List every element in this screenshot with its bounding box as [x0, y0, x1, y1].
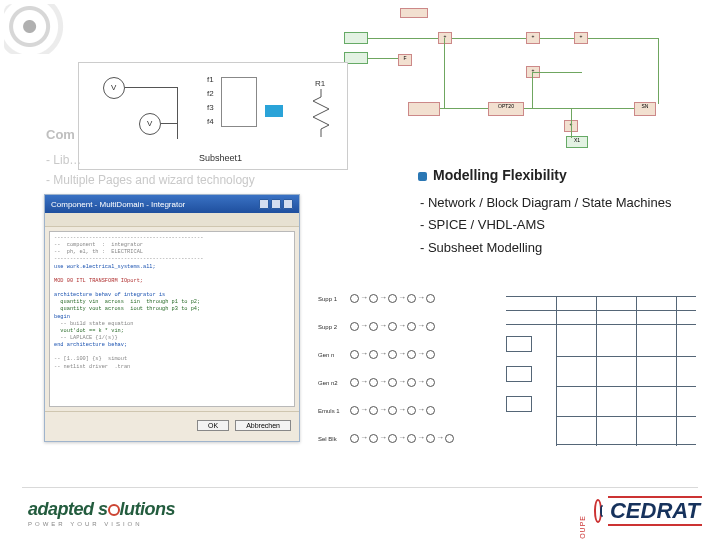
node-icon [426, 294, 435, 303]
groupe-label: GROUPE [579, 515, 586, 541]
node-icon [388, 350, 397, 359]
node-icon [388, 378, 397, 387]
dots-row-label: Supp 1 [318, 296, 344, 302]
logo-as-part1: adapted s [28, 499, 108, 519]
node-icon [426, 434, 435, 443]
f2-label: f2 [207, 89, 214, 98]
node-icon [369, 434, 378, 443]
f1-label: f1 [207, 75, 214, 84]
node-icon [388, 434, 397, 443]
node-icon [369, 294, 378, 303]
node-icon [388, 322, 397, 331]
left-item-1: - Multiple Pages and wizard technology [46, 170, 376, 190]
dots-row-label: Emuls 1 [318, 408, 344, 414]
dots-row-label: Gen n2 [318, 380, 344, 386]
node-icon [426, 378, 435, 387]
node-icon [350, 434, 359, 443]
block-gain: F [398, 54, 412, 66]
node-icon [407, 406, 416, 415]
block-elec [408, 102, 440, 116]
cedrat-wordmark: CEDRAT [608, 496, 702, 526]
window-title: Component - MultiDomain - Integrator [51, 200, 185, 209]
node-icon [407, 322, 416, 331]
logo-as-part2: lutions [120, 499, 176, 519]
node-icon [369, 322, 378, 331]
block-label-top [400, 8, 428, 18]
node-icon [369, 378, 378, 387]
node-icon [369, 350, 378, 359]
cedrat-logo: GROUPE CEDRAT [552, 492, 702, 530]
block-sum1: + [438, 32, 452, 44]
r1-label: R1 [315, 79, 325, 88]
detailed-circuit-thumbnail [496, 276, 712, 464]
left-item-0: - Lib… [46, 150, 376, 170]
source-v1-label: V [111, 83, 116, 92]
node-icon [350, 350, 359, 359]
node-icon [407, 378, 416, 387]
node-icon [350, 294, 359, 303]
dots-row: Gen n [318, 350, 488, 359]
cancel-button[interactable]: Abbrechen [235, 420, 291, 431]
adapted-tagline: POWER YOUR VISION [28, 521, 228, 527]
window-titlebar[interactable]: Component - MultiDomain - Integrator [45, 195, 299, 213]
window-toolbar[interactable] [45, 213, 299, 227]
close-icon[interactable] [283, 199, 293, 209]
dots-row: Supp 1 [318, 294, 488, 303]
node-icon [350, 378, 359, 387]
minimize-icon[interactable] [259, 199, 269, 209]
footer-divider [22, 487, 698, 488]
block-opt: OPT20 [488, 102, 524, 116]
block-sum4: + [574, 32, 588, 44]
node-icon [350, 406, 359, 415]
block-src-a [344, 32, 368, 44]
dots-row-label: Supp 2 [318, 324, 344, 330]
swirl-logo [4, 4, 68, 54]
node-icon [388, 294, 397, 303]
logo-o-icon [108, 504, 120, 516]
adapted-solutions-logo: adapted slutions POWER YOUR VISION [28, 496, 228, 530]
left-heading: Com [46, 124, 376, 146]
right-item-0: - Network / Block Diagram / State Machin… [420, 192, 718, 215]
right-item-1: - SPICE / VHDL-AMS [420, 214, 718, 237]
node-icon [407, 350, 416, 359]
block-out: X1 [566, 136, 588, 148]
dots-row: Gen n2 [318, 378, 488, 387]
code-editor-window: Component - MultiDomain - Integrator ---… [44, 194, 300, 442]
ok-button[interactable]: OK [197, 420, 229, 431]
dots-row: Emuls 1 [318, 406, 488, 415]
node-icon [407, 294, 416, 303]
node-icon [426, 406, 435, 415]
code-editor[interactable]: ----------------------------------------… [49, 231, 295, 407]
node-icon [388, 406, 397, 415]
right-text-column: Modelling Flexibility - Network / Block … [418, 163, 718, 260]
node-icon [407, 434, 416, 443]
block-scope: SN [634, 102, 656, 116]
block-sum2: + [526, 32, 540, 44]
right-item-2: - Subsheet Modelling [420, 237, 718, 260]
right-heading: Modelling Flexibility [418, 163, 718, 188]
block-diagram-thumbnail: + F + + + OPT20 + SN X1 [338, 8, 710, 158]
dots-row: Sel Blk [318, 434, 488, 443]
node-icon [350, 322, 359, 331]
window-button-bar: OK Abbrechen [45, 411, 299, 439]
node-icon [369, 406, 378, 415]
multiphase-schematic-thumbnail: Supp 1Supp 2Gen nGen n2Emuls 1Sel Blk [310, 280, 490, 460]
dots-row-label: Sel Blk [318, 436, 344, 442]
maximize-icon[interactable] [271, 199, 281, 209]
dots-row: Supp 2 [318, 322, 488, 331]
node-icon [426, 350, 435, 359]
node-icon [426, 322, 435, 331]
f3-label: f3 [207, 103, 214, 112]
dots-row-label: Gen n [318, 352, 344, 358]
cedrat-c-icon [594, 499, 602, 523]
node-icon [445, 434, 454, 443]
